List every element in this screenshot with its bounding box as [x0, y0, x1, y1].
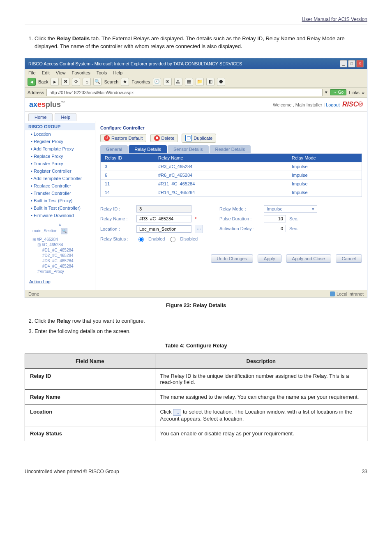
subtab-relay-details[interactable]: Relay Details — [129, 145, 167, 153]
grid-row[interactable]: 11#R11_#C_465284Impulse — [101, 179, 362, 188]
subtab-reader-details[interactable]: Reader Details — [210, 145, 251, 153]
cell-name: #R11_#C_465284 — [154, 180, 288, 188]
tab-home[interactable]: Home — [28, 113, 53, 121]
menu-tools[interactable]: Tools — [97, 70, 107, 75]
sidebar-item-reg-ctrl[interactable]: Register Controller — [25, 167, 95, 175]
search-icon[interactable]: 🔍 — [93, 78, 101, 86]
cell-mode: Impulse — [288, 171, 362, 179]
maximize-button[interactable]: □ — [348, 60, 355, 67]
tree-leaf-4[interactable]: #D4_#C_465284 — [32, 264, 95, 269]
cell-id: 3 — [101, 162, 154, 171]
logout-link[interactable]: Logout — [326, 102, 340, 107]
tree-virtual[interactable]: #Virtual_Proxy — [32, 269, 95, 274]
step-2: Click the Relay row that you want to con… — [35, 317, 367, 325]
sidebar-item-replace-proxy[interactable]: Replace Proxy — [25, 153, 95, 160]
sidebar-item-location[interactable]: Location — [25, 130, 95, 138]
tree-leaf-1[interactable]: #D1_#C_465284 — [32, 247, 95, 253]
relay-id-row: Relay ID : — [100, 205, 203, 213]
sidebar-item-fw-download[interactable]: Firmware Download — [25, 212, 95, 219]
step-2-pre: Click the — [35, 318, 56, 324]
address-input[interactable]: http://01hw182233/acis/MainWindow.aspx — [46, 89, 323, 96]
pulse-field[interactable] — [264, 215, 286, 222]
relay-id-label: Relay ID : — [100, 206, 133, 211]
duplicate-button[interactable]: ❐Duplicate — [182, 134, 216, 143]
status-enabled-radio[interactable] — [138, 237, 144, 242]
grid-row[interactable]: 6#R6_#C_465284Impulse — [101, 171, 362, 179]
col-relay-name: Relay Name — [154, 154, 288, 162]
chevron-down-icon[interactable]: ▾ — [325, 90, 327, 95]
grid-row[interactable]: 3#R3_#C_465284Impulse — [101, 162, 362, 171]
subtab-sensor-details[interactable]: Sensor Details — [168, 145, 209, 153]
menu-favorites[interactable]: Favorites — [72, 70, 90, 75]
close-button[interactable]: × — [356, 60, 364, 67]
sidebar-up-arrow-icon[interactable]: ▴ — [25, 222, 95, 227]
sidebar-item-bit-ctrl[interactable]: Built in Test (Controller) — [25, 204, 95, 212]
apply-button[interactable]: Apply — [258, 254, 281, 263]
folder-icon[interactable]: 📁 — [196, 78, 204, 86]
forward-button[interactable]: ► — [51, 78, 59, 86]
tree-leaf-3[interactable]: #D3_#C_465284 — [32, 258, 95, 264]
favorites-icon[interactable]: ★ — [121, 78, 129, 86]
status-disabled-label: Disabled — [180, 236, 198, 241]
search-icon[interactable]: 🔍 — [61, 228, 67, 234]
minimize-button[interactable]: _ — [340, 60, 347, 67]
ie-menubar: File Edit View Favorites Tools Help — [25, 69, 367, 76]
cell-name: #R3_#C_465284 — [154, 162, 288, 171]
relay-grid: Relay ID Relay Name Relay Mode 3#R3_#C_4… — [100, 153, 362, 197]
cell-mode: Impulse — [288, 180, 362, 188]
undo-changes-button[interactable]: Undo Changes — [211, 254, 253, 263]
app-tabs: Home Help — [25, 112, 367, 121]
go-button[interactable]: → Go — [330, 89, 346, 95]
stop-button[interactable]: ✖ — [61, 78, 69, 86]
mail-icon[interactable]: ✉ — [164, 78, 172, 86]
configure-controller-title: Configure Controller — [100, 125, 362, 130]
subtab-general[interactable]: General — [100, 145, 128, 153]
button-row: Undo Changes Apply Apply and Close Cance… — [100, 254, 362, 263]
home-button[interactable]: ⌂ — [83, 78, 91, 86]
status-disabled-radio[interactable] — [170, 237, 175, 242]
sidebar-item-add-tpl-ctrl[interactable]: Add Template Controller — [25, 175, 95, 182]
edit-icon[interactable]: ▦ — [185, 78, 193, 86]
relay-mode-select[interactable]: Impulse — [264, 205, 317, 213]
ext-icon-1[interactable]: ◧ — [206, 78, 214, 86]
location-label: Location : — [100, 227, 133, 231]
print-icon[interactable]: 🖶 — [174, 78, 182, 86]
relay-name-field[interactable] — [136, 215, 191, 222]
sidebar-item-transfer-ctrl[interactable]: Transfer Controller — [25, 190, 95, 197]
location-field[interactable] — [136, 225, 191, 233]
sidebar-section-text: main_Section — [32, 228, 58, 233]
refresh-button[interactable]: ⟳ — [72, 78, 80, 86]
grid-row[interactable]: 14#R14_#C_465284Impulse — [101, 188, 362, 197]
activation-field[interactable] — [264, 225, 286, 232]
tree-root-label: #P_465284 — [37, 237, 58, 242]
location-browse-button[interactable]: … — [195, 225, 203, 233]
tree-root[interactable]: ⊞ #P_465284 — [32, 237, 95, 242]
links-label[interactable]: Links — [349, 90, 360, 95]
cancel-button[interactable]: Cancel — [336, 254, 362, 263]
tab-help[interactable]: Help — [55, 113, 76, 121]
relay-status-row: Relay Status : Enabled Disabled — [100, 236, 203, 242]
tree-c[interactable]: ⊞ #C_465284 — [32, 242, 95, 247]
menu-view[interactable]: View — [56, 70, 66, 75]
sidebar-item-bit-proxy[interactable]: Built in Test (Proxy) — [25, 197, 95, 204]
menu-help[interactable]: Help — [113, 70, 122, 75]
ext-icon-2[interactable]: ⬣ — [217, 78, 225, 86]
sidebar-item-replace-ctrl[interactable]: Replace Controller — [25, 182, 95, 190]
menu-edit[interactable]: Edit — [42, 70, 50, 75]
tree-leaf-2[interactable]: #D2_#C_465284 — [32, 253, 95, 258]
sidebar-item-add-tpl-proxy[interactable]: Add Template Proxy — [25, 145, 95, 153]
menu-file[interactable]: File — [28, 70, 36, 75]
sidebar-item-transfer-proxy[interactable]: Transfer Proxy — [25, 160, 95, 167]
pulse-label: Pulse Duration : — [219, 216, 261, 221]
back-button[interactable]: ◄ — [28, 78, 36, 86]
restore-default-button[interactable]: ↺Restore Default — [100, 134, 146, 142]
action-log-link[interactable]: Action Log — [25, 277, 95, 287]
sidebar-item-reg-proxy[interactable]: Register Proxy — [25, 138, 95, 145]
sidebar-section-label: main_Section 🔍 — [25, 227, 95, 235]
delete-button[interactable]: ✖Delete — [150, 134, 178, 142]
status-intranet-label: Local intranet — [337, 291, 364, 296]
table-caption: Table 4: Configure Relay — [25, 342, 367, 349]
history-icon[interactable]: 🕘 — [153, 78, 161, 86]
apply-close-button[interactable]: Apply and Close — [286, 254, 331, 263]
cell-field: Relay Status — [25, 426, 155, 441]
